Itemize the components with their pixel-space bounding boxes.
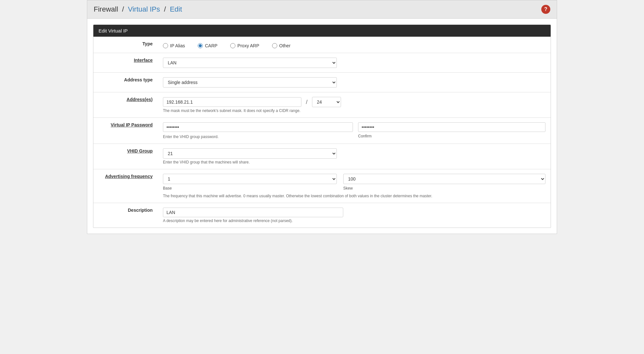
address-input[interactable]: 192.168.21.1 — [163, 97, 301, 107]
virtual-ip-password-confirm-input[interactable] — [358, 122, 545, 132]
advertising-frequency-label: Advertising frequency — [93, 169, 158, 203]
slash-separator: / — [305, 99, 309, 106]
breadcrumb: Firewall / Virtual IPs / Edit — [94, 5, 182, 14]
help-icon[interactable]: ? — [541, 5, 550, 14]
address-type-select[interactable]: Single address Network Range — [163, 77, 337, 88]
adv-base-select[interactable]: 1 2 3 4 5 — [163, 174, 337, 184]
virtual-ip-password-help: Enter the VHID group password. — [163, 135, 353, 139]
type-content: IP Alias CARP Proxy ARP Other — [158, 37, 551, 53]
panel-header: Edit Virtual IP — [93, 25, 551, 37]
breadcrumb-sep2: / — [164, 5, 166, 13]
edit-virtual-ip-panel: Edit Virtual IP Type IP Alias CARP — [93, 24, 551, 228]
type-proxyarp-label: Proxy ARP — [237, 43, 259, 48]
description-row: Description LAN A description may be ent… — [93, 203, 551, 228]
advertising-frequency-content: 1 2 3 4 5 Base 0 50 — [158, 169, 551, 203]
addresses-help-text: The mask must be the network's subnet ma… — [163, 108, 545, 113]
cidr-select[interactable]: 8 16 24 25 26 27 28 29 30 32 — [312, 97, 341, 107]
type-row: Type IP Alias CARP Proxy ARP — [93, 37, 551, 53]
breadcrumb-virtual-ips-link[interactable]: Virtual IPs — [128, 5, 160, 13]
type-proxyarp[interactable]: Proxy ARP — [230, 43, 259, 48]
breadcrumb-edit-link[interactable]: Edit — [170, 5, 182, 13]
password-group-main: Enter the VHID group password. — [163, 122, 353, 139]
virtual-ip-password-label: Virtual IP Password — [93, 118, 158, 144]
page-wrapper: Firewall / Virtual IPs / Edit ? Edit Vir… — [87, 0, 557, 234]
form-table: Type IP Alias CARP Proxy ARP — [93, 37, 551, 228]
advertising-frequency-help: The frequency that this machine will adv… — [163, 194, 545, 198]
addresses-row: Address(es) 192.168.21.1 / 8 16 24 25 26… — [93, 92, 551, 118]
type-carp[interactable]: CARP — [198, 43, 217, 48]
vhid-group-help: Enter the VHID group that the machines w… — [163, 160, 545, 164]
description-label: Description — [93, 203, 158, 228]
adv-skew-label: Skew — [343, 186, 545, 191]
virtual-ip-password-input[interactable] — [163, 122, 353, 132]
type-carp-label: CARP — [205, 43, 217, 48]
type-ipalias-label: IP Alias — [170, 43, 185, 48]
breadcrumb-part1: Firewall — [94, 5, 118, 13]
type-other[interactable]: Other — [272, 43, 290, 48]
vhid-group-select[interactable]: 12345 678910 1112131415 1617181920 21222… — [163, 148, 337, 159]
vhid-group-label: VHID Group — [93, 144, 158, 169]
type-label: Type — [93, 37, 158, 53]
description-input[interactable]: LAN — [163, 208, 343, 217]
vhid-group-row: VHID Group 12345 678910 1112131415 16171… — [93, 144, 551, 169]
adv-skew-group: 0 50 100 150 200 250 Skew — [343, 174, 545, 191]
type-radio-group: IP Alias CARP Proxy ARP Other — [163, 41, 545, 48]
type-ipalias[interactable]: IP Alias — [163, 43, 185, 48]
type-other-radio[interactable] — [272, 43, 277, 48]
password-group-confirm: Confirm — [358, 122, 545, 139]
type-ipalias-radio[interactable] — [163, 43, 168, 48]
adv-row-container: 1 2 3 4 5 Base 0 50 — [163, 174, 545, 191]
type-other-label: Other — [279, 43, 290, 48]
adv-base-label: Base — [163, 186, 337, 191]
interface-row: Interface LAN WAN lo0 — [93, 53, 551, 73]
address-row-container: 192.168.21.1 / 8 16 24 25 26 27 28 29 30 — [163, 97, 545, 107]
virtual-ip-password-row: Virtual IP Password Enter the VHID group… — [93, 118, 551, 144]
description-content: LAN A description may be entered here fo… — [158, 203, 551, 228]
type-carp-radio[interactable] — [198, 43, 203, 48]
breadcrumb-sep1: / — [122, 5, 124, 13]
interface-label: Interface — [93, 53, 158, 73]
confirm-label: Confirm — [358, 134, 545, 138]
vhid-group-content: 12345 678910 1112131415 1617181920 21222… — [158, 144, 551, 169]
advertising-frequency-row: Advertising frequency 1 2 3 4 5 Base — [93, 169, 551, 203]
password-row-container: Enter the VHID group password. Confirm — [163, 122, 545, 139]
type-proxyarp-radio[interactable] — [230, 43, 235, 48]
address-type-content: Single address Network Range — [158, 73, 551, 92]
address-type-label: Address type — [93, 73, 158, 92]
breadcrumb-bar: Firewall / Virtual IPs / Edit ? — [87, 0, 557, 19]
adv-base-group: 1 2 3 4 5 Base — [163, 174, 337, 191]
addresses-label: Address(es) — [93, 92, 158, 118]
virtual-ip-password-content: Enter the VHID group password. Confirm — [158, 118, 551, 144]
interface-select[interactable]: LAN WAN lo0 — [163, 58, 337, 68]
description-help: A description may be entered here for ad… — [163, 219, 545, 223]
addresses-content: 192.168.21.1 / 8 16 24 25 26 27 28 29 30 — [158, 92, 551, 118]
interface-content: LAN WAN lo0 — [158, 53, 551, 73]
adv-skew-select[interactable]: 0 50 100 150 200 250 — [343, 174, 545, 184]
address-type-row: Address type Single address Network Rang… — [93, 73, 551, 92]
